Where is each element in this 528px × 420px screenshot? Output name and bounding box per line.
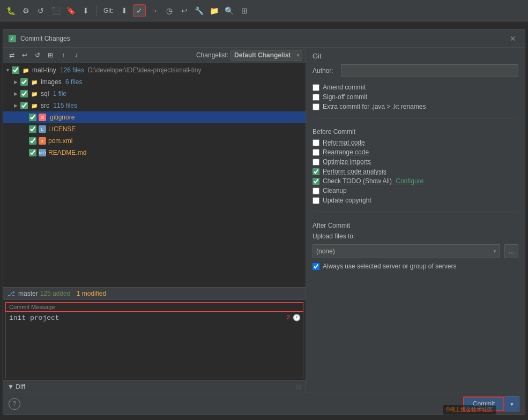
extra-commit-checkbox[interactable]	[313, 103, 319, 110]
redo-icon[interactable]: ↺	[32, 50, 43, 61]
folder-icon-sql: 📁	[30, 89, 39, 98]
git-file-icon: G	[39, 114, 46, 121]
status-sep	[72, 290, 74, 297]
optimize-label[interactable]: Optimize imports	[323, 158, 371, 166]
upload-label: Upload files to:	[313, 232, 355, 240]
added-count: 125 added	[40, 290, 71, 297]
copyright-row: Update copyright	[313, 197, 518, 204]
analyze-checkbox[interactable]	[313, 168, 319, 175]
commit-textarea[interactable]: init project	[6, 312, 303, 376]
tree-name-license: LICENSE	[48, 125, 303, 133]
analyze-label[interactable]: Perform code analysis	[323, 168, 386, 175]
tree-item-pom[interactable]: ▶ X pom.xml	[3, 135, 306, 147]
always-checkbox[interactable]	[313, 263, 319, 270]
changelist-label: Changelist:	[196, 51, 228, 59]
folder-icon-images: 📁	[30, 78, 39, 86]
todo-label[interactable]: Check TODO (Show All) Configure	[323, 177, 423, 185]
modified-count: 1 modified	[77, 290, 106, 297]
commit-dialog: ✓ Commit Changes ✕ ⇄ ↩ ↺ ⊞ ↑ ↓ Changelis…	[3, 29, 525, 415]
copyright-checkbox[interactable]	[313, 197, 319, 204]
tree-item-src[interactable]: ▶ 📁 src 115 files	[3, 100, 306, 111]
git-commit-icon[interactable]: ✓	[133, 4, 146, 17]
diff-separator: ||||	[296, 384, 301, 390]
sort-desc-icon[interactable]: ↓	[71, 50, 81, 61]
optimize-row: Optimize imports	[313, 158, 518, 166]
git-deploy-icon[interactable]: 📁	[208, 4, 221, 17]
author-row: Author:	[313, 64, 518, 77]
git-fetch-icon[interactable]: ⬇	[118, 4, 131, 17]
bug-icon[interactable]: 🐛	[4, 4, 17, 17]
tree-name-readme: README.md	[48, 149, 303, 156]
rearrange-checkbox[interactable]	[313, 149, 319, 156]
tree-checkbox-gitignore[interactable]	[29, 114, 36, 121]
git-section-title: Git	[313, 52, 518, 60]
extra-commit-label[interactable]: Extra commit for .java > .kt renames	[323, 103, 426, 110]
tree-checkbox-images[interactable]	[20, 78, 28, 86]
help-button[interactable]: ?	[9, 398, 20, 410]
dialog-close-button[interactable]: ✕	[507, 33, 519, 44]
git-tools-icon[interactable]: 🔧	[193, 4, 206, 17]
amend-commit-label[interactable]: Amend commit	[323, 84, 366, 91]
reformat-checkbox[interactable]	[313, 139, 319, 146]
always-row: Always use selected server or group of s…	[313, 262, 518, 270]
arrows-icon[interactable]: ⇄	[6, 50, 17, 61]
commit-counter: 2	[287, 314, 290, 320]
upload-row: Upload files to:	[313, 232, 518, 240]
configure-link[interactable]: Configure	[396, 177, 423, 185]
download-icon[interactable]: ⬇	[79, 4, 92, 17]
rearrange-label[interactable]: Rearrange code	[323, 148, 369, 156]
copyright-label[interactable]: Update copyright	[323, 197, 371, 204]
stop-icon[interactable]: ⬛	[49, 4, 62, 17]
settings-icon[interactable]: ⚙	[19, 4, 32, 17]
tree-item-license[interactable]: ▶ L LICENSE	[3, 123, 306, 135]
tree-item-sql[interactable]: ▶ 📁 sql 1 file	[3, 88, 306, 100]
sort-asc-icon[interactable]: ↑	[58, 50, 69, 61]
always-label[interactable]: Always use selected server or group of s…	[323, 262, 456, 270]
amend-commit-checkbox[interactable]	[313, 84, 319, 91]
divider-before-commit	[313, 118, 518, 118]
tree-name-images: images 6 files	[41, 78, 303, 86]
reformat-label[interactable]: Reformat code	[323, 139, 365, 146]
license-icon: L	[39, 125, 46, 133]
dialog-title-text: Commit Changes	[20, 35, 70, 42]
sign-off-row: Sign-off commit	[313, 93, 518, 101]
tree-item-mall-tiny[interactable]: ▼ 📁 mall-tiny 126 files D:\developer\IDE…	[3, 64, 306, 76]
tree-checkbox-src[interactable]	[20, 102, 28, 109]
tree-arrow-mall-tiny: ▼	[5, 68, 12, 73]
sign-off-label[interactable]: Sign-off commit	[323, 93, 367, 101]
tree-name-sql: sql 1 file	[41, 90, 303, 98]
todo-row: Check TODO (Show All) Configure	[313, 177, 518, 185]
changelist-select[interactable]: Default Changelist	[230, 50, 302, 61]
md-icon: MD	[39, 149, 46, 156]
author-input[interactable]	[341, 64, 518, 77]
tree-checkbox-readme[interactable]	[29, 149, 36, 156]
cleanup-row: Cleanup	[313, 187, 518, 194]
commit-arrow-button[interactable]: ▼	[504, 396, 519, 411]
undo-icon[interactable]: ↩	[19, 50, 30, 61]
bookmark-icon[interactable]: 🔖	[64, 4, 77, 17]
sign-off-checkbox[interactable]	[313, 94, 319, 101]
cleanup-checkbox[interactable]	[313, 188, 319, 194]
refresh-icon[interactable]: ↺	[34, 4, 47, 17]
todo-checkbox[interactable]	[313, 178, 319, 185]
tree-checkbox-pom[interactable]	[29, 137, 36, 145]
git-history-icon[interactable]: ◷	[163, 4, 176, 17]
group-icon[interactable]: ⊞	[45, 50, 56, 61]
tree-checkbox-mall-tiny[interactable]	[12, 66, 19, 74]
cleanup-label[interactable]: Cleanup	[323, 187, 347, 194]
tree-item-readme[interactable]: ▶ MD README.md	[3, 147, 306, 159]
git-revert-icon[interactable]: ↩	[178, 4, 191, 17]
search-icon[interactable]: 🔍	[223, 4, 236, 17]
upload-select-wrapper: (none)	[313, 244, 500, 258]
more-icon[interactable]: ⊞	[238, 4, 251, 17]
status-bar: ⎇ master 125 added 1 modified	[3, 287, 306, 300]
optimize-checkbox[interactable]	[313, 159, 319, 166]
tree-checkbox-sql[interactable]	[20, 90, 28, 98]
git-push-icon[interactable]: →	[148, 4, 161, 17]
tree-item-images[interactable]: ▶ 📁 images 6 files	[3, 76, 306, 88]
tree-item-gitignore[interactable]: ▶ G .gitignore	[3, 111, 306, 123]
tree-checkbox-license[interactable]	[29, 125, 36, 133]
upload-select[interactable]: (none)	[313, 244, 500, 258]
dialog-body: ⇄ ↩ ↺ ⊞ ↑ ↓ Changelist: Default Changeli…	[3, 48, 525, 393]
upload-browse-button[interactable]: ...	[504, 244, 518, 258]
